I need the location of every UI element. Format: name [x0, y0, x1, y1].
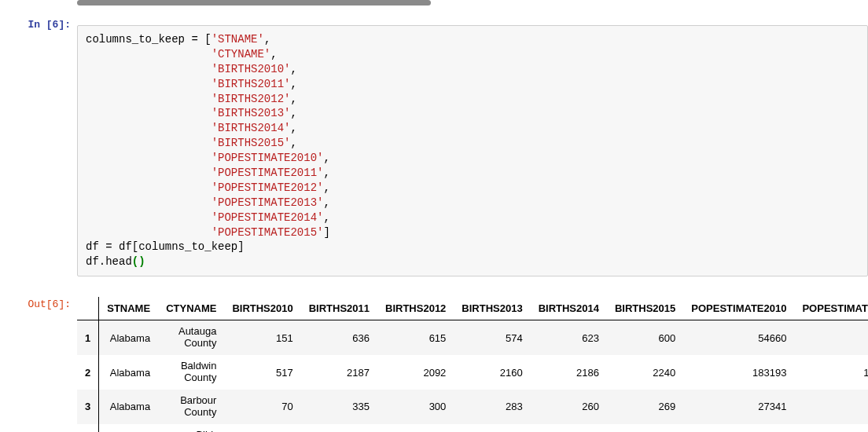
notebook: In [6]: columns_to_keep = ['STNAME', 'CT… [0, 0, 868, 432]
table-cell: 186659 [794, 355, 868, 390]
table-cell: 623 [531, 320, 607, 355]
table-cell: 253 [607, 424, 683, 432]
code-call-parens: () [132, 255, 145, 268]
table-cell: BaldwinCounty [158, 355, 224, 390]
code-string: 'POPESTIMATE2013' [211, 196, 324, 209]
table-cell: Alabama [99, 320, 158, 355]
row-index: 3 [77, 390, 99, 424]
code-string: 'CTYNAME' [211, 48, 271, 60]
table-cell: 517 [224, 355, 300, 390]
column-header: CTYNAME [158, 297, 224, 320]
code-cell: In [6]: columns_to_keep = ['STNAME', 'CT… [0, 14, 868, 287]
table-cell: 151 [224, 320, 300, 355]
table-cell: 2186 [531, 355, 607, 390]
code-input[interactable]: columns_to_keep = ['STNAME', 'CTYNAME', … [77, 25, 868, 276]
table-cell: 22733 [794, 424, 868, 432]
column-header: POPESTIMATE2010 [683, 297, 794, 320]
table-cell: 335 [301, 390, 377, 424]
code-string: 'BIRTHS2012' [211, 93, 291, 105]
table-cell: 636 [301, 320, 377, 355]
table-corner [77, 297, 99, 320]
output-area[interactable]: STNAME CTYNAME BIRTHS2010 BIRTHS2011 BIR… [77, 294, 868, 432]
dataframe-table: STNAME CTYNAME BIRTHS2010 BIRTHS2011 BIR… [77, 297, 868, 432]
row-index: 4 [77, 424, 99, 432]
code-string: 'POPESTIMATE2011' [211, 167, 324, 179]
table-cell: 70 [224, 390, 300, 424]
column-header: BIRTHS2011 [301, 297, 377, 320]
table-cell: 300 [377, 390, 454, 424]
code-line: df = df[columns_to_keep] [86, 240, 245, 253]
code-token: ] [323, 226, 329, 239]
table-cell: 574 [454, 320, 530, 355]
code-string: 'POPESTIMATE2012' [211, 181, 324, 194]
column-header: BIRTHS2010 [224, 297, 300, 320]
table-row: 2 Alabama BaldwinCounty 517 2187 2092 21… [77, 355, 868, 390]
table-cell: 54660 [683, 320, 794, 355]
table-cell: BibbCounty [158, 424, 224, 432]
table-cell: 259 [454, 424, 530, 432]
code-string: 'BIRTHS2010' [211, 63, 291, 75]
previous-output-scrollbar[interactable] [77, 0, 868, 8]
code-string: 'STNAME' [211, 33, 264, 46]
code-string: 'POPESTIMATE2010' [211, 152, 324, 164]
code-line: df.head [86, 255, 132, 268]
column-header: BIRTHS2013 [454, 297, 530, 320]
code-token: = [191, 33, 197, 46]
code-string: 'BIRTHS2011' [211, 78, 291, 90]
input-prompt: In [6]: [0, 14, 77, 287]
table-cell: 183193 [683, 355, 794, 390]
table-cell: 269 [607, 390, 683, 424]
table-cell: 260 [531, 390, 607, 424]
table-cell: 245 [377, 424, 454, 432]
table-cell: 247 [531, 424, 607, 432]
row-index: 2 [77, 355, 99, 390]
table-header-row: STNAME CTYNAME BIRTHS2010 BIRTHS2011 BIR… [77, 297, 868, 320]
table-cell: 27341 [683, 390, 794, 424]
table-cell: BarbourCounty [158, 390, 224, 424]
column-header: BIRTHS2014 [531, 297, 607, 320]
table-cell: 615 [377, 320, 454, 355]
output-prompt: Out[6]: [0, 294, 77, 432]
table-cell: 27226 [794, 390, 868, 424]
code-token: [ [204, 33, 211, 46]
code-string: 'POPESTIMATE2015' [211, 226, 324, 239]
table-row: 3 Alabama BarbourCounty 70 335 300 283 2… [77, 390, 868, 424]
table-row: 1 Alabama AutaugaCounty 151 636 615 574 … [77, 320, 868, 355]
code-string: 'BIRTHS2014' [211, 122, 291, 134]
table-cell: 2187 [301, 355, 377, 390]
code-string: 'BIRTHS2013' [211, 107, 291, 119]
code-string: 'BIRTHS2015' [211, 137, 291, 149]
column-header: BIRTHS2012 [377, 297, 454, 320]
table-cell: 2092 [377, 355, 454, 390]
table-cell: 2240 [607, 355, 683, 390]
table-cell: 283 [454, 390, 530, 424]
table-cell: 2160 [454, 355, 530, 390]
table-cell: 600 [607, 320, 683, 355]
table-row: 4 Alabama BibbCounty 44 266 245 259 247 … [77, 424, 868, 432]
table-cell: Alabama [99, 424, 158, 432]
table-cell: AutaugaCounty [158, 320, 224, 355]
table-cell: 44 [224, 424, 300, 432]
column-header: POPESTIMATE2011 [794, 297, 868, 320]
row-index: 1 [77, 320, 99, 355]
table-cell: 22861 [683, 424, 794, 432]
code-string: 'POPESTIMATE2014' [211, 211, 324, 224]
table-cell: Alabama [99, 355, 158, 390]
code-token: columns_to_keep [86, 33, 185, 46]
table-cell: Alabama [99, 390, 158, 424]
table-cell: 55253 [794, 320, 868, 355]
table-cell: 266 [301, 424, 377, 432]
column-header: BIRTHS2015 [607, 297, 683, 320]
column-header: STNAME [99, 297, 158, 320]
output-cell: Out[6]: STNAME CTYNAME BIRTHS2010 BIRTHS… [0, 294, 868, 432]
